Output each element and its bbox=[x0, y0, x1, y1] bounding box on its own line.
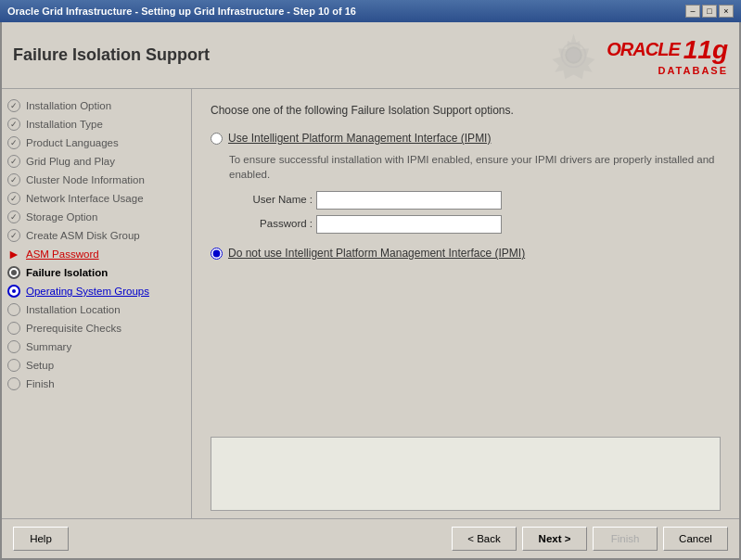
oracle-database-text: DATABASE bbox=[658, 65, 728, 76]
oracle-text: ORACLE bbox=[607, 39, 679, 60]
right-panel: Choose one of the following Failure Isol… bbox=[192, 89, 739, 518]
radio-use-ipmi-label[interactable]: Use Intelligent Platform Management Inte… bbox=[228, 132, 491, 145]
next-button[interactable]: Next > bbox=[522, 527, 587, 551]
sidebar-label-storage-option: Storage Option bbox=[26, 211, 97, 223]
sidebar-label-operating-system-groups: Operating System Groups bbox=[26, 286, 149, 297]
step-icon-cluster-node-information: ✓ bbox=[7, 173, 20, 186]
main-window: Failure Isolation Support ORACLE 11g DAT… bbox=[0, 22, 741, 560]
sidebar-item-network-interface-usage[interactable]: ✓ Network Interface Usage bbox=[2, 189, 191, 208]
sidebar-item-setup[interactable]: Setup bbox=[2, 356, 191, 375]
footer: Help < Back Next > Finish Cancel bbox=[2, 518, 739, 558]
oracle-version: 11g bbox=[684, 35, 728, 65]
sidebar-label-summary: Summary bbox=[26, 341, 71, 352]
step-icon-create-asm-disk-group: ✓ bbox=[7, 229, 20, 242]
sidebar-item-product-languages[interactable]: ✓ Product Languages bbox=[2, 134, 191, 152]
section-description: Choose one of the following Failure Isol… bbox=[211, 104, 721, 117]
sidebar-label-failure-isolation: Failure Isolation bbox=[26, 267, 108, 278]
radio-group-ipmi: Use Intelligent Platform Management Inte… bbox=[211, 132, 721, 234]
step-icon-installation-type: ✓ bbox=[7, 118, 20, 131]
footer-nav-buttons: < Back Next > Finish Cancel bbox=[452, 527, 728, 551]
window-title: Oracle Grid Infrastructure - Setting up … bbox=[7, 6, 356, 17]
sidebar-item-asm-password[interactable]: ► ASM Password bbox=[2, 245, 191, 263]
sidebar-item-cluster-node-information[interactable]: ✓ Cluster Node Information bbox=[2, 171, 191, 189]
radio-no-ipmi-label[interactable]: Do not use Intelligent Platform Manageme… bbox=[228, 247, 525, 260]
sidebar-item-installation-location[interactable]: Installation Location bbox=[2, 300, 191, 319]
ipmi-credentials-fields: User Name : Password : bbox=[229, 191, 721, 234]
sidebar-item-storage-option[interactable]: ✓ Storage Option bbox=[2, 208, 191, 226]
gear-icon bbox=[548, 30, 599, 81]
step-icon-installation-option: ✓ bbox=[7, 99, 20, 112]
username-label: User Name : bbox=[229, 191, 313, 210]
password-label: Password : bbox=[229, 215, 313, 234]
step-icon-installation-location bbox=[7, 303, 20, 316]
radio-use-ipmi[interactable] bbox=[211, 133, 223, 145]
radio-no-ipmi[interactable] bbox=[211, 248, 223, 260]
step-icon-finish bbox=[7, 377, 20, 390]
radio-option-no-ipmi[interactable]: Do not use Intelligent Platform Manageme… bbox=[211, 247, 721, 260]
maximize-button[interactable]: □ bbox=[702, 5, 717, 18]
minimize-button[interactable]: – bbox=[685, 5, 700, 18]
sidebar-item-summary[interactable]: Summary bbox=[2, 337, 191, 356]
step-icon-failure-isolation bbox=[7, 266, 20, 279]
bottom-text-area bbox=[211, 437, 721, 511]
svg-point-1 bbox=[567, 48, 581, 62]
sidebar-item-prerequisite-checks[interactable]: Prerequisite Checks bbox=[2, 319, 191, 337]
sidebar-item-installation-type[interactable]: ✓ Installation Type bbox=[2, 115, 191, 134]
step-icon-network-interface-usage: ✓ bbox=[7, 192, 20, 205]
sidebar-label-installation-location: Installation Location bbox=[26, 304, 121, 315]
sidebar-item-failure-isolation[interactable]: Failure Isolation bbox=[2, 263, 191, 282]
step-icon-setup bbox=[7, 359, 20, 372]
password-input[interactable] bbox=[316, 215, 502, 234]
sidebar-label-asm-password: ASM Password bbox=[26, 248, 99, 260]
sidebar-label-create-asm-disk-group: Create ASM Disk Group bbox=[26, 230, 140, 241]
logo-area: ORACLE 11g DATABASE bbox=[548, 30, 728, 81]
step-icon-operating-system-groups bbox=[7, 285, 20, 298]
sidebar-item-operating-system-groups[interactable]: Operating System Groups bbox=[2, 282, 191, 300]
step-icon-asm-password: ► bbox=[7, 248, 20, 261]
sidebar-label-setup: Setup bbox=[26, 360, 54, 371]
username-input[interactable] bbox=[316, 191, 502, 210]
radio-option-use-ipmi[interactable]: Use Intelligent Platform Management Inte… bbox=[211, 132, 721, 145]
step-icon-summary bbox=[7, 340, 20, 353]
sidebar-label-cluster-node-information: Cluster Node Information bbox=[26, 174, 145, 185]
close-button[interactable]: × bbox=[719, 5, 734, 18]
step-icon-grid-plug-and-play: ✓ bbox=[7, 155, 20, 168]
title-bar: Oracle Grid Infrastructure - Setting up … bbox=[0, 0, 741, 22]
step-icon-storage-option: ✓ bbox=[7, 210, 20, 223]
sidebar-item-installation-option[interactable]: ✓ Installation Option bbox=[2, 96, 191, 115]
sidebar-label-grid-plug-and-play: Grid Plug and Play bbox=[26, 156, 115, 167]
oracle-logo: ORACLE 11g DATABASE bbox=[607, 35, 728, 76]
sidebar-item-create-asm-disk-group[interactable]: ✓ Create ASM Disk Group bbox=[2, 226, 191, 245]
cancel-button[interactable]: Cancel bbox=[663, 527, 728, 551]
sidebar-item-finish[interactable]: Finish bbox=[2, 375, 191, 393]
content-area: ✓ Installation Option ✓ Installation Typ… bbox=[2, 89, 739, 518]
sidebar-label-product-languages: Product Languages bbox=[26, 137, 119, 148]
sidebar-item-grid-plug-and-play[interactable]: ✓ Grid Plug and Play bbox=[2, 152, 191, 171]
back-button[interactable]: < Back bbox=[452, 527, 517, 551]
sidebar: ✓ Installation Option ✓ Installation Typ… bbox=[2, 89, 192, 518]
page-title: Failure Isolation Support bbox=[13, 45, 210, 65]
sidebar-label-finish: Finish bbox=[26, 378, 55, 389]
header-area: Failure Isolation Support ORACLE 11g DAT… bbox=[2, 22, 739, 89]
finish-button[interactable]: Finish bbox=[593, 527, 658, 551]
step-icon-product-languages: ✓ bbox=[7, 136, 20, 149]
window-controls[interactable]: – □ × bbox=[685, 5, 734, 18]
sidebar-label-network-interface-usage: Network Interface Usage bbox=[26, 193, 144, 204]
sidebar-label-installation-option: Installation Option bbox=[26, 100, 111, 111]
main-content: Choose one of the following Failure Isol… bbox=[192, 89, 739, 437]
sidebar-label-prerequisite-checks: Prerequisite Checks bbox=[26, 323, 121, 334]
sidebar-label-installation-type: Installation Type bbox=[26, 119, 103, 130]
step-icon-prerequisite-checks bbox=[7, 322, 20, 335]
option1-description: To ensure successful installation with I… bbox=[229, 152, 721, 182]
help-button[interactable]: Help bbox=[13, 527, 69, 551]
